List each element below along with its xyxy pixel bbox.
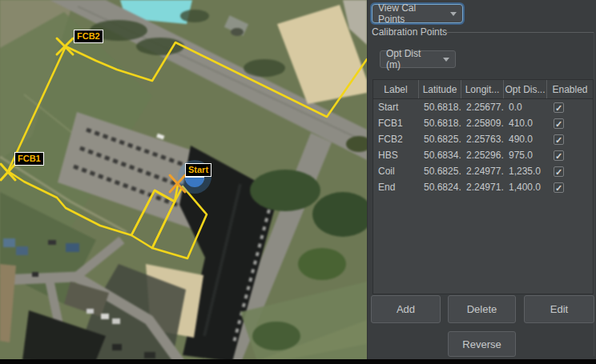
- cell-longitude: 2.25809...: [461, 118, 504, 129]
- window-bottom-bar: [0, 359, 596, 364]
- column-header[interactable]: Opt Dis...: [504, 80, 547, 98]
- group-box-border: [445, 32, 594, 33]
- cell-label: FCB2: [373, 134, 419, 145]
- table-row[interactable]: FCB150.6818...2.25809...410.0✓: [373, 115, 593, 131]
- app-window: FCB2 FCB1 Start View Cal Points Calibrat…: [0, 0, 596, 364]
- group-title: Calibration Points: [372, 26, 447, 38]
- delete-button[interactable]: Delete: [448, 295, 516, 323]
- add-button[interactable]: Add: [371, 295, 441, 323]
- calibration-points-table[interactable]: LabelLatitudeLongit...Opt Dis...Enabled …: [372, 79, 594, 294]
- map-point-label-fcb1[interactable]: FCB1: [14, 152, 44, 166]
- satellite-map[interactable]: FCB2 FCB1 Start: [0, 0, 367, 364]
- cell-label: Start: [373, 102, 419, 113]
- cell-enabled: ✓: [547, 150, 593, 161]
- cell-opt_dist: 975.0: [504, 150, 547, 161]
- view-mode-combo[interactable]: View Cal Points: [372, 4, 463, 23]
- cell-opt_dist: 1,235.0: [504, 166, 547, 177]
- table-row[interactable]: FCB250.6825...2.25763...490.0✓: [373, 131, 593, 147]
- cell-enabled: ✓: [547, 166, 593, 177]
- table-row[interactable]: End50.6824...2.24971...1,400.0✓: [373, 179, 593, 195]
- cell-label: HBS: [373, 150, 419, 161]
- cell-opt_dist: 1,400.0: [504, 182, 547, 193]
- cell-opt_dist: 0.0: [504, 102, 547, 113]
- table-row[interactable]: Coil50.6825...2.24977...1,235.0✓: [373, 163, 593, 179]
- cell-label: FCB1: [373, 118, 419, 129]
- column-header[interactable]: Label: [373, 80, 419, 98]
- enabled-checkbox[interactable]: ✓: [554, 166, 564, 177]
- calibration-panel: View Cal Points Calibration Points Opt D…: [367, 0, 596, 364]
- enabled-checkbox[interactable]: ✓: [554, 134, 564, 145]
- cell-longitude: 2.25763...: [461, 134, 504, 145]
- cell-label: Coil: [373, 166, 419, 177]
- column-header[interactable]: Latitude: [419, 80, 461, 98]
- table-body: Start50.6818...2.25677...0.0✓FCB150.6818…: [373, 99, 593, 195]
- cell-label: End: [373, 182, 419, 193]
- cell-enabled: ✓: [547, 102, 593, 113]
- map-point-label-start[interactable]: Start: [185, 163, 211, 177]
- enabled-checkbox[interactable]: ✓: [554, 182, 564, 193]
- enabled-checkbox[interactable]: ✓: [554, 118, 564, 129]
- cell-longitude: 2.24977...: [461, 166, 504, 177]
- cell-enabled: ✓: [547, 134, 593, 145]
- column-header[interactable]: Longit...: [461, 80, 504, 98]
- edit-button[interactable]: Edit: [524, 295, 594, 323]
- cell-longitude: 2.25677...: [461, 102, 504, 113]
- map-point-label-fcb2[interactable]: FCB2: [74, 30, 103, 43]
- enabled-checkbox[interactable]: ✓: [554, 102, 564, 113]
- table-row[interactable]: Start50.6818...2.25677...0.0✓: [373, 99, 593, 115]
- table-row[interactable]: HBS50.6834...2.25296...975.0✓: [373, 147, 593, 163]
- cell-enabled: ✓: [547, 118, 593, 129]
- cell-longitude: 2.25296...: [461, 150, 504, 161]
- cell-longitude: 2.24971...: [461, 182, 504, 193]
- cell-enabled: ✓: [547, 182, 593, 193]
- view-mode-combo-value: View Cal Points: [378, 2, 444, 25]
- cell-opt_dist: 410.0: [504, 118, 547, 129]
- cell-latitude: 50.6818...: [419, 118, 461, 129]
- cell-opt_dist: 490.0: [504, 134, 547, 145]
- column-header[interactable]: Enabled: [547, 80, 593, 98]
- cell-latitude: 50.6825...: [419, 166, 461, 177]
- chevron-down-icon: [443, 58, 449, 62]
- reverse-button[interactable]: Reverse: [448, 331, 516, 357]
- distance-unit-combo-value: Opt Dist (m): [386, 48, 437, 70]
- cell-latitude: 50.6834...: [419, 150, 461, 161]
- cell-latitude: 50.6824...: [419, 182, 461, 193]
- enabled-checkbox[interactable]: ✓: [554, 150, 564, 161]
- distance-unit-combo[interactable]: Opt Dist (m): [380, 50, 456, 68]
- cell-latitude: 50.6825...: [419, 134, 461, 145]
- chevron-down-icon: [450, 12, 457, 16]
- cell-latitude: 50.6818...: [419, 102, 461, 113]
- table-header-row: LabelLatitudeLongit...Opt Dis...Enabled: [373, 80, 593, 99]
- map-canvas: [0, 0, 367, 364]
